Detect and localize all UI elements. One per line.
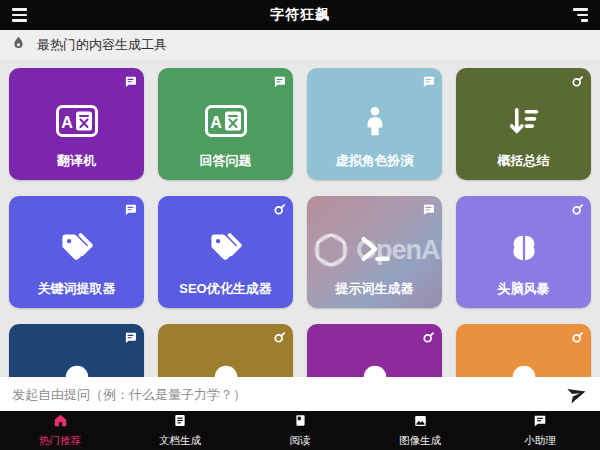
tool-card-1[interactable]: A翻译机 <box>9 68 144 180</box>
tool-card-4[interactable]: 概括总结 <box>456 68 591 180</box>
nav-label: 热门推荐 <box>39 434 81 448</box>
svg-text:A: A <box>210 114 222 131</box>
nav-item-assistant[interactable]: 小助理 <box>480 411 600 450</box>
home-icon <box>53 413 68 432</box>
tool-card-title: 关键词提取器 <box>11 280 142 298</box>
tool-card-title: SEO优化生成器 <box>160 280 291 298</box>
tags-icon <box>158 218 293 280</box>
nav-label: 小助理 <box>524 434 556 448</box>
question-input[interactable] <box>12 387 566 402</box>
translate-icon: A <box>158 90 293 152</box>
terminal-icon <box>307 218 442 280</box>
flame-icon <box>11 35 26 55</box>
tool-card-3[interactable]: 虚拟角色扮演 <box>307 68 442 180</box>
alpha-badge-icon <box>571 74 584 87</box>
top-bar: 字符狂飙 <box>0 0 600 30</box>
alpha-badge-icon <box>422 330 435 343</box>
chat-badge-icon <box>422 202 435 215</box>
alpha-badge-icon <box>273 330 286 343</box>
person-icon <box>307 90 442 152</box>
svg-text:A: A <box>61 114 73 131</box>
alpha-badge-icon <box>273 202 286 215</box>
nav-label: 阅读 <box>290 434 311 448</box>
tool-card-2[interactable]: A回答问题 <box>158 68 293 180</box>
translate-icon: A <box>9 90 144 152</box>
chat-badge-icon <box>124 330 137 343</box>
tags-icon <box>9 218 144 280</box>
tool-card-title: 概括总结 <box>458 152 589 170</box>
nav-label: 图像生成 <box>399 434 441 448</box>
chat-badge-icon <box>273 74 286 87</box>
assistant-icon <box>533 414 547 432</box>
nav-item-document[interactable]: 文档生成 <box>120 411 240 450</box>
chat-badge-icon <box>422 74 435 87</box>
sort-menu-icon[interactable] <box>573 8 588 21</box>
tool-card-title: 提示词生成器 <box>309 280 440 298</box>
tool-card-7[interactable]: OpenAI提示词生成器 <box>307 196 442 308</box>
summarize-icon <box>456 90 591 152</box>
tool-card-5[interactable]: 关键词提取器 <box>9 196 144 308</box>
alpha-badge-icon <box>571 202 584 215</box>
brain-icon <box>456 218 591 280</box>
chat-badge-icon <box>124 74 137 87</box>
app-root: 字符狂飙 最热门的内容生成工具 A翻译机A回答问题虚拟角色扮演概括总结关键词提取… <box>0 0 600 450</box>
tool-card-title: 虚拟角色扮演 <box>309 152 440 170</box>
document-icon <box>173 413 187 432</box>
composer-bar <box>0 377 600 411</box>
alpha-badge-icon <box>571 330 584 343</box>
book-icon <box>294 413 307 432</box>
nav-label: 文档生成 <box>159 434 201 448</box>
nav-item-image[interactable]: 图像生成 <box>360 411 480 450</box>
nav-item-book[interactable]: 阅读 <box>240 411 360 450</box>
nav-item-home[interactable]: 热门推荐 <box>0 411 120 450</box>
tool-card-title: 翻译机 <box>11 152 142 170</box>
section-header: 最热门的内容生成工具 <box>0 30 600 60</box>
bottom-nav: 热门推荐文档生成阅读图像生成小助理 <box>0 411 600 450</box>
tool-card-8[interactable]: 头脑风暴 <box>456 196 591 308</box>
tool-card-6[interactable]: SEO优化生成器 <box>158 196 293 308</box>
chat-badge-icon <box>124 202 137 215</box>
image-icon <box>413 414 428 432</box>
hamburger-menu-icon[interactable] <box>12 8 27 21</box>
send-icon[interactable] <box>566 383 588 405</box>
tool-card-title: 回答问题 <box>160 152 291 170</box>
section-title: 最热门的内容生成工具 <box>37 36 167 54</box>
tool-card-title: 头脑风暴 <box>458 280 589 298</box>
app-title: 字符狂飙 <box>0 6 600 24</box>
